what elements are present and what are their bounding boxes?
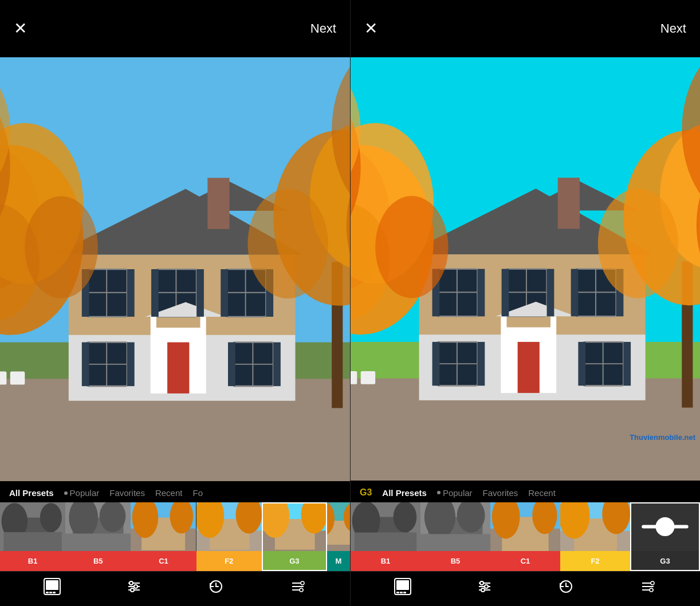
svg-rect-36 (151, 269, 159, 317)
tab-all-presets-left[interactable]: All Presets (9, 488, 54, 498)
svg-point-63 (40, 503, 62, 532)
tab-dot-right (437, 491, 441, 494)
photo-area-right: Thuvienmobile.net (351, 57, 700, 481)
preset-label-g3-right: G3 (630, 551, 700, 571)
svg-rect-115 (558, 178, 580, 229)
presets-menu-icon-left (289, 577, 307, 596)
tab-dot-left (64, 491, 68, 495)
adjust-btn-left[interactable] (125, 577, 143, 596)
presets-menu-btn-right[interactable] (639, 577, 657, 596)
presets-menu-icon-right (639, 577, 657, 596)
toolbar-right (351, 571, 700, 606)
next-button-right[interactable]: Next (660, 21, 686, 36)
svg-rect-24 (200, 317, 206, 393)
svg-rect-191 (396, 580, 409, 590)
bottom-area-left: All Presets Popular Favorites Recent Fo (0, 481, 350, 606)
header-right: ✕ Next (351, 0, 700, 57)
slideshow-icon-right (394, 577, 412, 596)
svg-point-160 (375, 196, 448, 298)
next-button-left[interactable]: Next (310, 21, 336, 36)
svg-rect-42 (228, 343, 235, 387)
tab-fo-left[interactable]: Fo (192, 488, 203, 498)
svg-point-187 (657, 518, 673, 534)
tab-popular-left[interactable]: Popular (64, 488, 100, 498)
adjust-icon-left (125, 577, 143, 596)
svg-rect-147 (432, 342, 440, 385)
preset-c1-left[interactable]: C1 (131, 502, 196, 571)
svg-rect-37 (196, 269, 204, 317)
preset-f2-right[interactable]: F2 (560, 502, 630, 571)
svg-point-198 (485, 585, 488, 588)
preset-g3-icon-right (630, 502, 700, 551)
svg-rect-150 (623, 342, 631, 385)
preset-f2-left[interactable]: F2 (196, 502, 262, 571)
revert-icon-right (557, 577, 575, 596)
preset-label-g3-left: G3 (262, 551, 327, 571)
svg-point-105 (301, 581, 304, 585)
adjust-btn-right[interactable] (475, 577, 494, 596)
preset-m-left[interactable]: M (327, 502, 350, 571)
svg-rect-69 (65, 534, 131, 551)
svg-rect-91 (46, 580, 58, 590)
preset-g3-right[interactable]: G3 (630, 502, 700, 571)
tabs-bar-left: All Presets Popular Favorites Recent Fo (0, 481, 350, 502)
svg-rect-23 (151, 317, 156, 393)
presets-menu-btn-left[interactable] (289, 577, 307, 596)
svg-rect-43 (273, 343, 281, 387)
revert-btn-left[interactable] (207, 577, 225, 596)
tab-recent-left[interactable]: Recent (155, 488, 183, 498)
svg-rect-148 (478, 342, 485, 385)
svg-point-54 (247, 189, 328, 298)
tab-all-presets-right[interactable]: All Presets (382, 488, 427, 498)
svg-rect-38 (221, 269, 228, 317)
svg-rect-144 (547, 269, 555, 317)
svg-point-196 (480, 581, 483, 585)
svg-point-53 (25, 196, 98, 298)
svg-rect-194 (403, 592, 406, 593)
preset-b5-right[interactable]: B5 (420, 502, 490, 571)
preset-label-c1-right: C1 (490, 551, 560, 571)
tabs-bar-right: G3 All Presets Popular Favorites Recent (351, 481, 700, 502)
adjust-icon-right (475, 577, 494, 596)
header-left: ✕ Next (0, 0, 350, 57)
svg-rect-64 (3, 532, 62, 551)
svg-rect-130 (501, 316, 506, 393)
tab-recent-right[interactable]: Recent (528, 488, 556, 498)
photo-area-left (0, 57, 350, 481)
svg-point-98 (134, 585, 137, 588)
svg-rect-193 (400, 592, 403, 593)
slideshow-btn-left[interactable] (43, 577, 61, 596)
svg-rect-94 (53, 592, 56, 593)
svg-rect-41 (127, 343, 135, 387)
svg-point-206 (650, 588, 653, 592)
preset-label-b5-left: B5 (65, 551, 131, 571)
preset-c1-right[interactable]: C1 (490, 502, 560, 571)
preset-label-b1-right: B1 (351, 551, 420, 571)
svg-rect-55 (0, 372, 6, 385)
slideshow-btn-right[interactable] (394, 577, 412, 596)
svg-rect-56 (10, 372, 25, 385)
svg-point-106 (300, 588, 303, 592)
preset-label-f2-right: F2 (560, 551, 630, 571)
svg-rect-163 (361, 371, 375, 384)
preset-b5-left[interactable]: B5 (65, 502, 131, 571)
preset-label-b5-right: B5 (420, 551, 490, 571)
close-button-right[interactable]: ✕ (364, 21, 377, 37)
tab-favorites-left[interactable]: Favorites (109, 488, 145, 498)
svg-rect-143 (502, 269, 509, 317)
preset-label-f2-left: F2 (196, 551, 262, 571)
svg-rect-145 (571, 269, 579, 317)
preset-b1-left[interactable]: B1 (0, 502, 65, 571)
preset-b1-right[interactable]: B1 (351, 502, 420, 571)
svg-rect-40 (82, 343, 89, 387)
tab-favorites-right[interactable]: Favorites (483, 488, 518, 498)
panel-right: ✕ Next (350, 0, 700, 606)
preset-label-m-left: M (327, 551, 350, 571)
presets-row-right: B1 B5 (351, 502, 700, 571)
preset-g3-left[interactable]: G3 (262, 502, 327, 571)
close-button-left[interactable]: ✕ (14, 21, 27, 37)
svg-point-170 (394, 502, 417, 533)
tab-popular-right[interactable]: Popular (437, 488, 473, 498)
svg-rect-35 (127, 269, 135, 317)
revert-btn-right[interactable] (557, 577, 575, 596)
